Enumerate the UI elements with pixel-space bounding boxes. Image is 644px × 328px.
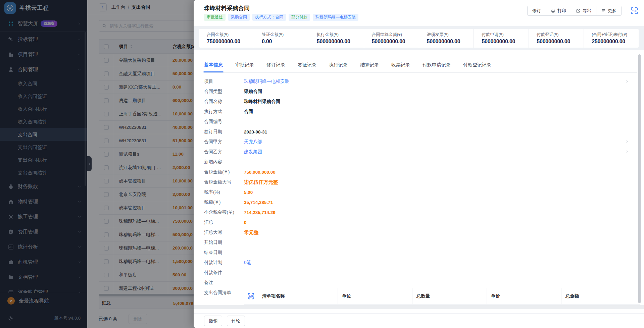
field-row-tax-rate: 税率(%)5.00: [204, 187, 631, 197]
tag-project: 珠穆朗玛峰—电梯安装: [313, 14, 358, 21]
field-row-end-date: 结束日期: [204, 248, 631, 258]
metric-input-invoice: 进项发票(¥)500000000.00: [419, 29, 474, 48]
metric-payment-request: 付款申请(¥)500000000.00: [474, 29, 529, 48]
tag-list: 审批通过 采购合同 执行方式：合同 部分付款 珠穆朗玛峰—电梯安装: [204, 14, 358, 21]
party-b-link[interactable]: 建发集团: [244, 149, 262, 155]
print-button[interactable]: 打印: [546, 6, 571, 16]
drawer-horizontal-scrollbar[interactable]: [194, 305, 644, 309]
metric-unpaid: (合同+签证)未付(¥)250000000.00: [584, 29, 639, 48]
field-row-sign-date: 签订日期2023-08-31: [204, 127, 631, 137]
project-link[interactable]: 珠穆朗玛峰—电梯安装: [244, 78, 289, 85]
tab-approval-records[interactable]: 审批记录: [235, 58, 254, 72]
chevron-right-icon[interactable]: [625, 140, 629, 144]
printer-icon: [551, 8, 555, 13]
field-row-payment-plan: 付款计划0笔: [204, 258, 631, 268]
field-row-contract-no: 合同编号: [204, 117, 631, 127]
field-row-execution-mode: 执行方式合同: [204, 107, 631, 117]
export-icon: [576, 8, 581, 13]
metric-contract-amount: 合同金额(¥)750000000.00: [199, 29, 254, 48]
table-fullscreen-icon[interactable]: 全屏: [247, 292, 255, 300]
metrics-band: 合同金额(¥)750000000.00 签证金额(¥)0.00 执行金额(¥)5…: [194, 26, 644, 50]
tab-settlement-records[interactable]: 结算记录: [360, 58, 379, 72]
field-row-project: 项目 珠穆朗玛峰—电梯安装: [204, 76, 631, 87]
field-row-start-date: 开始日期: [204, 237, 631, 248]
field-row-remarks: 备注: [204, 278, 631, 288]
column-header-item-name: 清单项名称: [258, 288, 338, 304]
field-row-payment-terms: 付款条件: [204, 268, 631, 278]
contract-items-table: 全屏 清单项名称 单位 总数量 单价 总金额: [244, 288, 640, 305]
column-header-total-amount: 总金额: [561, 288, 640, 304]
metrics-card: 合同金额(¥)750000000.00 签证金额(¥)0.00 执行金额(¥)5…: [199, 29, 639, 48]
basic-info-fields: 项目 珠穆朗玛峰—电梯安装 合同类型采购合同 合同名称珠峰材料采购合同 执行方式…: [204, 76, 631, 288]
export-button[interactable]: 导出: [571, 6, 596, 16]
column-header-unit: 单位: [338, 288, 412, 304]
tab-payment-registration-records[interactable]: 付款登记记录: [463, 58, 491, 72]
field-row-party-a: 合同甲方 天龙八部: [204, 137, 631, 147]
tab-payment-request-records[interactable]: 付款申请记录: [423, 58, 451, 72]
drawer-footer: 撤销 评论: [194, 313, 644, 328]
column-header-total-qty: 总数量: [412, 288, 487, 304]
fullscreen-icon[interactable]: 全屏: [630, 7, 638, 15]
tab-execution-records[interactable]: 执行记录: [329, 58, 348, 72]
tab-visa-records[interactable]: 签证记录: [298, 58, 316, 72]
tab-basic-info[interactable]: 基本信息: [204, 58, 223, 72]
status-badge-approved: 审批通过: [204, 14, 226, 21]
detail-list-label: 支出合同清单: [204, 288, 231, 298]
column-header-unit-price: 单价: [487, 288, 561, 304]
field-row-tax-included-amount: 含税金额(￥)750,000,000.00: [204, 167, 631, 177]
revise-button[interactable]: 修订: [527, 6, 546, 16]
drawer-vertical-scrollbar[interactable]: [638, 54, 641, 303]
tab-revision-records[interactable]: 修订记录: [266, 58, 285, 72]
list-icon: [601, 8, 606, 13]
withdraw-button[interactable]: 撤销: [204, 316, 222, 326]
metric-payment-registration: 付款登记(¥)500000000.00: [529, 29, 584, 48]
field-row-tax-amount: 税额(￥)35,714,285.71: [204, 197, 631, 207]
field-row-contract-type: 合同类型采购合同: [204, 87, 631, 97]
tag-contract-type: 采购合同: [228, 14, 250, 21]
drawer-tabs: 基本信息 审批记录 修订记录 签证记录 执行记录 结算记录 收票记录 付款申请记…: [204, 50, 637, 73]
field-row-contract-name: 合同名称珠峰材料采购合同: [204, 97, 631, 107]
metric-visa-amount: 签证金额(¥)0.00: [254, 29, 309, 48]
drawer-title: 珠峰材料采购合同: [204, 4, 250, 12]
metric-settlement-amount: 合同结算金额(¥)500000000.00: [364, 29, 419, 48]
payment-plan-link[interactable]: 0笔: [244, 260, 251, 266]
field-row-total-in-words: 汇总大写零元整: [204, 227, 631, 237]
drawer-actions: 修订 打印 导出 更多: [527, 6, 622, 16]
more-button[interactable]: 更多: [596, 6, 622, 16]
comment-button[interactable]: 评论: [227, 316, 245, 326]
field-row-total: 汇总0: [204, 217, 631, 227]
metric-execution-amount: 执行金额(¥)500000000.00: [309, 29, 364, 48]
party-a-link[interactable]: 天龙八部: [244, 139, 262, 145]
field-row-new-content: 新增内容: [204, 157, 631, 167]
contract-detail-drawer: 珠峰材料采购合同 审批通过 采购合同 执行方式：合同 部分付款 珠穆朗玛峰—电梯…: [194, 0, 644, 328]
field-row-amount-in-words: 含税金额大写柒亿伍仟万元整: [204, 177, 631, 187]
field-row-tax-excluded-amount: 不含税金额(￥)714,285,714.29: [204, 207, 631, 217]
tag-payment-status: 部分付款: [289, 14, 310, 21]
chevron-right-icon[interactable]: [625, 150, 629, 154]
chevron-right-icon[interactable]: [625, 79, 629, 84]
tag-execution-mode: 执行方式：合同: [252, 14, 286, 21]
app-root: 斗栱云工程 智慧大屏 旗舰版 投标管理 项目管理: [0, 0, 644, 328]
tab-invoice-records[interactable]: 收票记录: [391, 58, 410, 72]
field-row-party-b: 合同乙方 建发集团: [204, 147, 631, 157]
